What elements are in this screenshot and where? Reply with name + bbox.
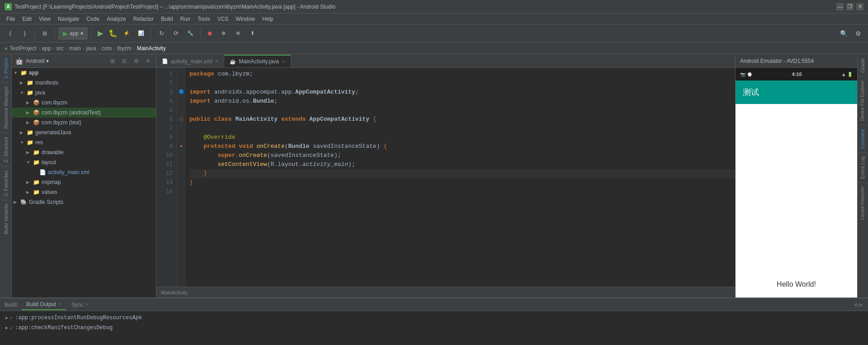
search-everywhere-button[interactable]: 🔍 <box>837 27 850 40</box>
menu-run[interactable]: Run <box>177 14 194 24</box>
minimize-button[interactable]: — <box>836 3 844 10</box>
android-icon: 🤖 <box>15 57 23 65</box>
forward-button[interactable]: ⟩ <box>18 27 31 40</box>
breadcrumb-mainactivity[interactable]: MainActivity <box>137 45 166 52</box>
project-dropdown[interactable]: Android ▾ <box>26 58 105 64</box>
run-button[interactable]: ▶ <box>95 28 106 39</box>
menu-code[interactable]: Code <box>83 14 103 24</box>
breadcrumb-app[interactable]: app <box>42 45 51 52</box>
app-selector-label: app <box>70 30 79 37</box>
code-content[interactable]: package com.lbyzm; import androidx.appco… <box>186 68 735 287</box>
breadcrumb-java[interactable]: java <box>86 45 96 52</box>
tab-sync[interactable]: Sync ✕ <box>67 299 94 310</box>
tab-event-log[interactable]: Event Log <box>858 153 868 183</box>
menu-navigate[interactable]: Navigate <box>54 14 83 24</box>
tab-emulator-right[interactable]: Emulator <box>858 125 868 152</box>
tab-device-file-explorer[interactable]: Device File Explorer <box>858 77 868 124</box>
tree-item-app[interactable]: ▼ 📁 app <box>12 68 156 78</box>
toolbar-separator-5 <box>200 29 201 38</box>
tree-item-manifests[interactable]: ▶ 📁 manifests <box>12 78 156 88</box>
code-line-8: @Override <box>189 133 735 142</box>
analyze-button[interactable]: ⊗ <box>231 27 244 40</box>
breadcrumb-src[interactable]: src <box>57 45 64 52</box>
tree-item-generatedjava[interactable]: ▶ 📁 generatedJava <box>12 128 156 137</box>
tree-item-res[interactable]: ▼ 📁 res <box>12 137 156 147</box>
menu-tools[interactable]: Tools <box>194 14 214 24</box>
tab-layout-inspector[interactable]: Layout Inspector <box>858 183 868 223</box>
xml-tab-close[interactable]: ✕ <box>215 59 218 64</box>
tree-item-java[interactable]: ▼ 📁 java <box>12 88 156 98</box>
tab-build-output[interactable]: Build Output ✕ <box>22 299 66 310</box>
java-tab-close[interactable]: ✕ <box>282 59 285 64</box>
tab-build-variants[interactable]: Build Variants <box>1 200 11 238</box>
folder-icon-values: 📁 <box>33 189 40 196</box>
build-item-1[interactable]: ▶ ✓ :app:processInstantRunDebugResources… <box>4 313 864 323</box>
app-selector[interactable]: ▶ app ▾ <box>59 28 87 39</box>
tree-item-com-lbyzm-androidtest[interactable]: ▶ 📦 com.lbyzm (androidTest) <box>12 108 156 118</box>
menu-analyze[interactable]: Analyze <box>103 14 130 24</box>
menu-help[interactable]: Help <box>259 14 277 24</box>
tab-activity-main-xml[interactable]: 📄 activity_main.xml ✕ <box>156 55 224 67</box>
java-tab-icon: ☕ <box>230 59 236 65</box>
tree-item-layout[interactable]: ▼ 📁 layout <box>12 157 156 167</box>
emulator-app-title: 测试 <box>743 87 759 98</box>
project-view-button[interactable]: ⊞ <box>38 27 51 40</box>
collapse-all-button[interactable]: ⊟ <box>120 57 129 66</box>
editor-tabs: 📄 activity_main.xml ✕ ☕ MainActivity.jav… <box>156 54 735 68</box>
emulator-signal-icons: ▲ 🔋 <box>841 72 853 77</box>
stop-button[interactable]: ■ <box>204 28 215 39</box>
tab-mainactivity-java[interactable]: ☕ MainActivity.java ✕ <box>224 55 291 67</box>
refresh-button[interactable]: ⟳ <box>170 27 182 40</box>
menu-build[interactable]: Build <box>157 14 177 24</box>
gradle-button[interactable]: 🔧 <box>184 27 197 40</box>
tab-structure[interactable]: Z: Structure <box>1 133 11 166</box>
menu-vcs[interactable]: VCS <box>214 14 232 24</box>
tree-item-drawable[interactable]: ▶ 📁 drawable <box>12 147 156 157</box>
build-item-1-arrow: ▶ <box>5 315 8 321</box>
build-item-2[interactable]: ▶ ✓ :app:checkManifestChangesDebug <box>4 323 864 333</box>
folder-icon-mipmap: 📁 <box>33 179 40 186</box>
tree-item-activity-main-xml[interactable]: 📄 activity_main.xml <box>12 167 156 177</box>
breadcrumb-main[interactable]: main <box>69 45 81 52</box>
breadcrumb-project[interactable]: TestProject <box>9 45 36 52</box>
menu-view[interactable]: View <box>35 14 54 24</box>
tab-gradle-right[interactable]: Gradle <box>858 54 868 76</box>
tab-resource-manager[interactable]: Resource Manager <box>1 83 11 132</box>
profile-button[interactable]: 📊 <box>135 27 147 40</box>
breadcrumb-com[interactable]: com <box>102 45 112 52</box>
close-panel-button[interactable]: ✕ <box>143 57 152 66</box>
tree-item-gradle-scripts[interactable]: ▶ 🐘 Gradle Scripts <box>12 197 156 207</box>
coverage-button[interactable]: ⊕ <box>217 27 230 40</box>
menu-file[interactable]: File <box>3 14 19 24</box>
code-line-12: } <box>189 169 735 178</box>
menu-window[interactable]: Window <box>232 14 259 24</box>
sync-button[interactable]: ↻ <box>155 27 168 40</box>
folder-icon-app: 📁 <box>20 69 27 76</box>
close-button[interactable]: ✕ <box>856 3 863 10</box>
tab-project[interactable]: 1: Project <box>1 54 11 82</box>
code-editor[interactable]: 1 2 3 4 5 6 7 8 9 10 11 12 13 14 <box>156 68 735 287</box>
tab-favorites[interactable]: 2: Favorites <box>1 167 11 200</box>
attach-debugger-button[interactable]: ⚡ <box>120 27 133 40</box>
menu-refactor[interactable]: Refactor <box>130 14 157 24</box>
tree-item-com-lbyzm-test[interactable]: ▶ 📦 com.lbyzm (test) <box>12 118 156 128</box>
back-button[interactable]: ⟨ <box>4 27 16 40</box>
expand-arrow-java: ▼ <box>20 90 26 95</box>
settings-button[interactable]: ⚙ <box>852 27 864 40</box>
tree-item-values[interactable]: ▶ 📁 values <box>12 187 156 197</box>
debug-button[interactable]: 🐛 <box>108 28 118 39</box>
sync-close[interactable]: ✕ <box>85 302 89 307</box>
expand-all-button[interactable]: ⊞ <box>108 57 117 66</box>
settings-gear-icon[interactable]: ⚙ <box>132 57 141 66</box>
window-controls: — ❐ ✕ <box>836 3 863 10</box>
tree-item-mipmap[interactable]: ▶ 📁 mipmap <box>12 177 156 187</box>
build-output-close[interactable]: ✕ <box>58 302 61 307</box>
expand-arrow-drawable: ▶ <box>26 150 33 155</box>
deploy-button[interactable]: ⬆ <box>246 27 259 40</box>
tree-item-com-lbyzm[interactable]: ▶ 📦 com.lbyzm <box>12 98 156 108</box>
maximize-button[interactable]: ❐ <box>846 3 854 10</box>
breadcrumb-lbyzm[interactable]: lbyzm <box>117 45 131 52</box>
tree-label-values: values <box>42 189 57 195</box>
breadcrumb-sep-7: › <box>133 45 135 52</box>
menu-edit[interactable]: Edit <box>19 14 35 24</box>
